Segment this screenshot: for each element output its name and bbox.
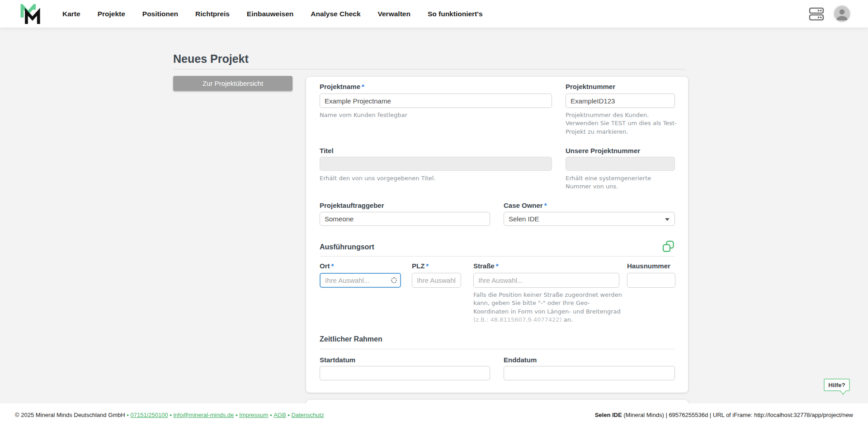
bullet-separator: •	[286, 412, 292, 418]
projektnummer-label: Projektnummer	[566, 83, 615, 90]
copy-icon[interactable]	[662, 240, 675, 253]
bullet-separator: •	[234, 412, 239, 418]
help-button[interactable]: Hilfe?	[824, 379, 850, 391]
footer-link[interactable]: 07151/250100	[130, 412, 168, 418]
footer-left: © 2025 Mineral Minds Deutschland GmbH • …	[15, 412, 324, 418]
ausfuehrungsort-heading: Ausführungsort	[320, 243, 374, 251]
nav-item-projekte[interactable]: Projekte	[89, 10, 134, 18]
projektauftraggeber-label: Projektauftraggeber	[320, 201, 384, 209]
ort-input[interactable]	[320, 273, 401, 288]
title-divider	[173, 69, 686, 70]
required-asterisk: *	[544, 201, 547, 209]
titel-helper: Erhält den von uns vorgegebenen Titel.	[320, 174, 555, 183]
unsere-projektnummer-label: Unsere Projektnummer	[566, 147, 640, 154]
footer: © 2025 Mineral Minds Deutschland GmbH • …	[0, 403, 868, 426]
case-owner-select[interactable]: Selen IDE	[504, 212, 675, 226]
nav-item-so-funktioniert-s[interactable]: So funktioniert's	[419, 10, 491, 18]
startdatum-label: Startdatum	[320, 356, 355, 364]
projektnummer-helper: Projektnummer des Kunden. Verwenden Sie …	[566, 111, 677, 136]
enddatum-label: Enddatum	[504, 356, 537, 364]
server-icon[interactable]	[809, 7, 824, 21]
nav-item-analyse-check[interactable]: Analyse Check	[302, 10, 369, 18]
navbar-right	[809, 0, 850, 28]
startdatum-input[interactable]	[320, 366, 490, 380]
bullet-separator: •	[168, 412, 174, 418]
enddatum-input[interactable]	[504, 366, 675, 380]
user-avatar-icon[interactable]	[834, 6, 850, 22]
projektauftraggeber-input[interactable]	[320, 212, 490, 226]
strasse-label: Straße*	[473, 262, 499, 270]
nav-menu: KarteProjektePositionenRichtpreisEinbauw…	[54, 0, 491, 28]
projektname-input[interactable]	[320, 94, 552, 108]
chevron-down-icon	[665, 218, 670, 221]
required-asterisk: *	[362, 83, 364, 90]
footer-user: Selen IDE	[595, 412, 622, 418]
ort-label: Ort*	[320, 262, 334, 270]
hausnummer-label: Hausnummer	[627, 262, 670, 270]
loading-spinner-icon	[391, 277, 397, 283]
section-divider	[320, 349, 675, 349]
unsere-projektnummer-input	[566, 157, 675, 171]
required-asterisk: *	[331, 262, 334, 270]
top-navbar: KarteProjektePositionenRichtpreisEinbauw…	[0, 0, 868, 28]
projektname-helper: Name vom Kunden festlegbar	[320, 111, 555, 119]
required-asterisk: *	[426, 262, 429, 270]
titel-label: Titel	[320, 147, 334, 154]
project-overview-button[interactable]: Zur Projektübersicht	[173, 76, 292, 91]
strasse-input[interactable]	[473, 273, 619, 288]
footer-links: • 07151/250100 • info@mineral-minds.de •…	[125, 412, 324, 418]
nav-item-richtpreis[interactable]: Richtpreis	[187, 10, 238, 18]
footer-link[interactable]: Impressum	[239, 412, 268, 418]
footer-link[interactable]: info@mineral-minds.de	[173, 412, 234, 418]
projektname-label: Projektname*	[320, 83, 364, 90]
case-owner-value: Selen IDE	[509, 215, 539, 223]
bullet-separator: •	[268, 412, 274, 418]
case-owner-label: Case Owner*	[504, 201, 547, 209]
copyright-text: © 2025 Mineral Minds Deutschland GmbH	[15, 412, 125, 418]
unsere-projektnummer-helper: Erhält eine systemgenerierte Nummer von …	[566, 174, 677, 191]
ort-field	[320, 273, 401, 288]
footer-status-text: Selen IDE (Mineral Minds) | 69576255536d…	[595, 412, 853, 418]
mineral-minds-logo-icon[interactable]	[20, 4, 42, 24]
nav-item-einbauweisen[interactable]: Einbauweisen	[238, 10, 302, 18]
titel-input	[320, 157, 552, 171]
plz-input[interactable]	[412, 273, 461, 288]
new-project-form-card: Projektname* Name vom Kunden festlegbar …	[306, 77, 688, 393]
plz-label: PLZ*	[412, 262, 429, 270]
hausnummer-input[interactable]	[627, 273, 675, 288]
strasse-helper: Falls die Position keiner Straße zugeord…	[473, 291, 623, 324]
page-title: Neues Projekt	[173, 52, 249, 66]
projektnummer-input[interactable]	[566, 94, 675, 108]
zeitlicher-rahmen-heading: Zeitlicher Rahmen	[320, 335, 382, 343]
nav-item-verwalten[interactable]: Verwalten	[369, 10, 419, 18]
required-asterisk: *	[496, 262, 499, 270]
section-divider	[320, 256, 675, 257]
footer-link[interactable]: Datenschutz	[291, 412, 324, 418]
nav-item-karte[interactable]: Karte	[54, 10, 89, 18]
footer-link[interactable]: AGB	[274, 412, 286, 418]
nav-item-positionen[interactable]: Positionen	[134, 10, 187, 18]
bullet-separator: •	[125, 412, 131, 418]
